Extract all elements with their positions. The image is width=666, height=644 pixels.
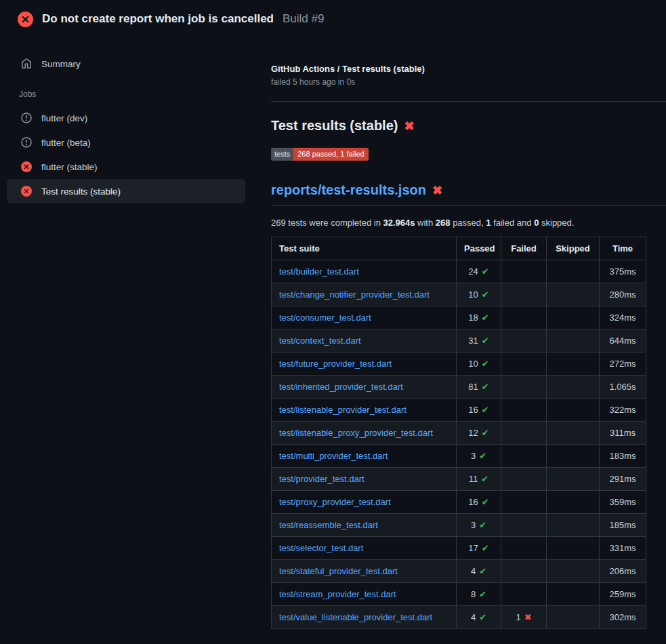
time-cell: 324ms [600, 306, 646, 329]
sidebar-item-flutter-dev[interactable]: flutter (dev) [7, 106, 245, 130]
suite-cell: test/stream_provider_test.dart [272, 583, 457, 606]
passed-cell: 3✔ [457, 445, 501, 468]
check-icon: ✔ [479, 520, 486, 530]
report-link[interactable]: reports/test-results.json [271, 182, 426, 198]
suite-link[interactable]: test/listenable_proxy_provider_test.dart [279, 428, 433, 438]
suite-link[interactable]: test/builder_test.dart [279, 266, 359, 277]
passed-cell: 81✔ [457, 376, 501, 399]
skipped-cell [547, 422, 600, 445]
check-icon: ✔ [482, 313, 489, 323]
table-row: test/multi_provider_test.dart 3✔ 183ms [272, 445, 646, 468]
main-content: GitHub Actions / Test results (stable) f… [255, 38, 666, 629]
check-icon: ✔ [479, 566, 486, 576]
failed-cell [501, 306, 547, 329]
suite-link[interactable]: test/future_provider_test.dart [279, 359, 392, 369]
suite-link[interactable]: test/consumer_test.dart [279, 313, 371, 323]
time-cell: 272ms [600, 353, 646, 376]
check-icon: ✔ [479, 589, 486, 599]
suite-link[interactable]: test/change_notifier_provider_test.dart [279, 289, 430, 300]
suite-link[interactable]: test/reassemble_test.dart [279, 520, 378, 530]
job-label: flutter (beta) [41, 138, 91, 148]
time-cell: 183ms [600, 445, 646, 468]
suite-link[interactable]: test/multi_provider_test.dart [279, 451, 388, 461]
suite-cell: test/reassemble_test.dart [272, 514, 457, 537]
sidebar-item-summary[interactable]: Summary [7, 52, 245, 76]
failed-cell [501, 514, 547, 537]
passed-cell: 18✔ [457, 306, 501, 329]
passed-cell: 8✔ [457, 583, 501, 606]
skipped-cell [547, 514, 600, 537]
suite-cell: test/listenable_provider_test.dart [272, 399, 457, 422]
sidebar-item-flutter-beta[interactable]: flutter (beta) [7, 130, 245, 155]
section-title: Test results (stable) ✖ [271, 118, 646, 134]
suite-link[interactable]: test/value_listenable_provider_test.dart [279, 612, 432, 622]
time-cell: 259ms [600, 583, 646, 606]
cancelled-icon [21, 113, 32, 123]
failed-cell [501, 422, 547, 445]
check-icon: ✔ [482, 497, 489, 507]
failed-cell [501, 399, 547, 422]
check-icon: ✔ [482, 336, 489, 346]
suite-link[interactable]: test/selector_test.dart [279, 543, 363, 553]
time-cell: 375ms [600, 260, 646, 283]
suite-link[interactable]: test/stream_provider_test.dart [279, 589, 396, 599]
cross-icon: ✖ [524, 612, 532, 622]
summary-text: passed, [451, 218, 486, 228]
skipped-cell [547, 306, 600, 329]
check-icon: ✔ [481, 474, 488, 484]
passed-cell: 24✔ [457, 260, 501, 283]
failed-cell [501, 491, 547, 514]
section-title-text: Test results (stable) [271, 118, 398, 134]
build-number: Build #9 [283, 12, 324, 26]
passed-cell: 31✔ [457, 329, 501, 353]
badge-label: tests [271, 148, 293, 161]
build-header: Do not create report when job is cancell… [0, 0, 666, 38]
table-row: test/future_provider_test.dart 10✔ 272ms [272, 353, 646, 376]
suite-link[interactable]: test/listenable_provider_test.dart [279, 405, 407, 415]
suite-link[interactable]: test/proxy_provider_test.dart [279, 497, 391, 507]
col-failed: Failed [501, 237, 547, 260]
passed-cell: 10✔ [457, 283, 501, 306]
job-label: flutter (dev) [41, 113, 87, 123]
skipped-cell [547, 353, 600, 376]
passed-cell: 17✔ [457, 537, 501, 560]
suite-link[interactable]: test/stateful_provider_test.dart [279, 566, 398, 576]
failed-cell: 1✖ [501, 606, 547, 629]
test-results-table: Test suite Passed Failed Skipped Time te… [271, 237, 646, 629]
suite-link[interactable]: test/inherited_provider_test.dart [279, 382, 403, 392]
check-icon: ✔ [482, 405, 489, 415]
skipped-cell [547, 283, 600, 306]
table-row: test/provider_test.dart 11✔ 291ms [272, 468, 646, 491]
table-row: test/reassemble_test.dart 3✔ 185ms [272, 514, 646, 537]
col-skipped: Skipped [547, 237, 600, 260]
sidebar-item-test-results-stable[interactable]: Test results (stable) [7, 179, 245, 203]
time-cell: 206ms [600, 560, 646, 583]
check-icon: ✔ [482, 289, 489, 300]
run-meta: failed 5 hours ago in 0s [271, 77, 646, 87]
passed-cell: 16✔ [457, 491, 501, 514]
sidebar-item-flutter-stable[interactable]: flutter (stable) [7, 155, 245, 179]
summary-text: 269 tests were completed in [271, 218, 383, 228]
time-cell: 302ms [600, 606, 646, 629]
suite-cell: test/future_provider_test.dart [272, 353, 457, 376]
summary-failed-count: 1 [486, 218, 491, 228]
table-row: test/consumer_test.dart 18✔ 324ms [272, 306, 646, 329]
suite-cell: test/consumer_test.dart [272, 306, 457, 329]
badge-value: 268 passed, 1 failed [293, 148, 368, 161]
table-row: test/listenable_proxy_provider_test.dart… [272, 422, 646, 445]
failed-cell [501, 353, 547, 376]
passed-cell: 4✔ [457, 606, 501, 629]
suite-cell: test/value_listenable_provider_test.dart [272, 606, 457, 629]
col-time: Time [600, 237, 646, 260]
failed-icon [21, 161, 32, 172]
time-cell: 359ms [600, 491, 646, 514]
summary-text: failed and [491, 218, 535, 228]
summary-label: Summary [41, 59, 81, 69]
skipped-cell [547, 468, 600, 491]
table-header-row: Test suite Passed Failed Skipped Time [272, 237, 646, 260]
check-icon: ✔ [482, 428, 489, 438]
suite-link[interactable]: test/provider_test.dart [279, 474, 365, 484]
cancelled-icon [21, 137, 32, 148]
suite-link[interactable]: test/context_test.dart [279, 336, 361, 346]
failed-cell [501, 468, 547, 491]
